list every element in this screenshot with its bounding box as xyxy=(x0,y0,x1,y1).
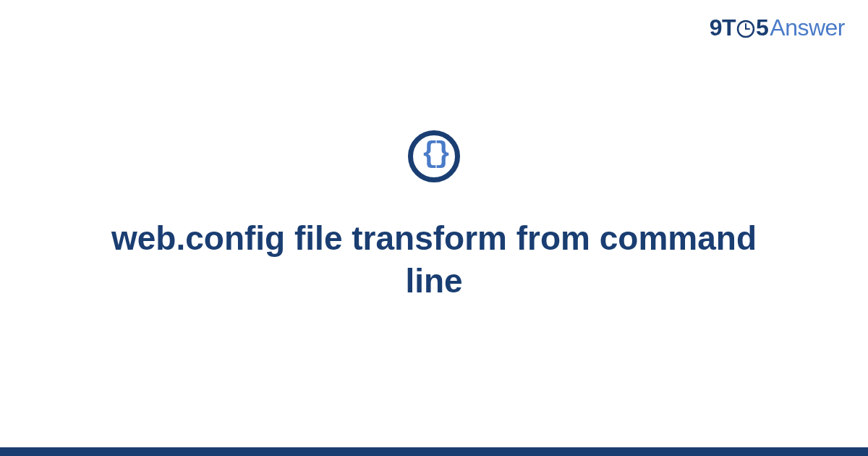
braces-glyph: {} xyxy=(421,140,447,169)
page-title: web.config file transform from command l… xyxy=(109,217,760,303)
main-content: {} web.config file transform from comman… xyxy=(0,0,868,447)
footer-bar xyxy=(0,447,868,456)
code-braces-icon: {} xyxy=(408,130,460,182)
